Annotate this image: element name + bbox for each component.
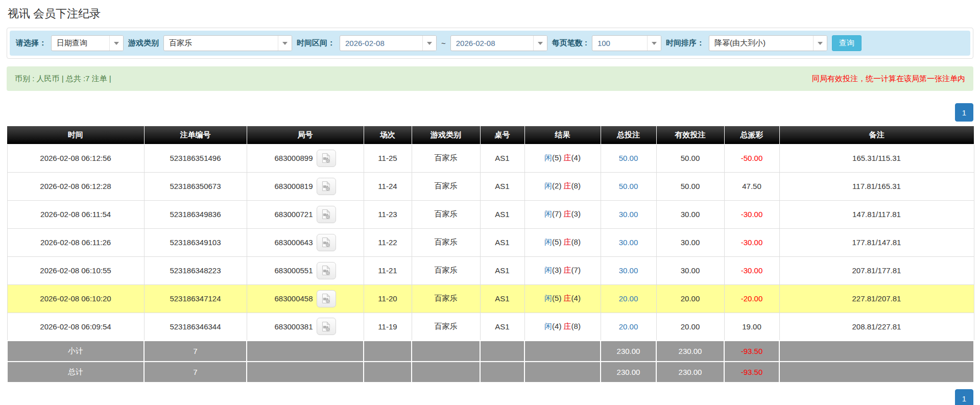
summary-payout-cell: -93.50 [724,362,779,383]
column-header: 游戏类别 [412,126,480,144]
table-no-cell: AS1 [480,256,524,284]
video-replay-button[interactable] [317,234,336,251]
table-row: 2026-02-08 06:11:54523186349836683000721… [7,200,974,228]
round-wrap: 683000381 [247,318,364,335]
sort-order-select[interactable]: 降幂(由大到小) [709,35,827,51]
search-button[interactable]: 查询 [832,35,862,51]
pagination-page-1[interactable]: 1 [955,389,973,405]
summary-empty-cell [247,362,364,383]
time-cell: 2026-02-08 06:09:54 [7,313,144,341]
valid-bet-notice-text: 同局有效投注，统一计算在该局第一张注单内 [812,74,965,84]
round-wrap: 683000458 [247,290,364,307]
chevron-down-icon [647,36,661,51]
video-replay-icon [321,293,331,304]
summary-label-cell: 小计 [7,341,144,362]
video-replay-button[interactable] [317,206,336,223]
grandtotal-row: 总计7230.00230.00-93.50 [7,362,974,383]
date-range-separator: ~ [441,39,446,47]
summary-total-bet-cell: 230.00 [601,341,656,362]
round-cell: 683000551 [247,256,364,284]
page-size-select[interactable]: 100 [592,35,661,51]
result-banker-label: 庄 [564,237,571,246]
time-cell: 2026-02-08 06:11:54 [7,200,144,228]
column-header: 结果 [524,126,601,144]
round-wrap: 683000819 [247,178,364,195]
video-replay-button[interactable] [317,150,336,167]
date-from-picker[interactable]: 2026-02-08 [340,35,437,51]
chevron-down-icon [278,36,292,51]
table-no-cell: AS1 [480,284,524,313]
note-cell: 227.81/207.81 [779,284,974,313]
bet-id-cell: 523186348223 [144,256,247,284]
result-banker-score: (4) [571,153,581,162]
time-cell: 2026-02-08 06:10:55 [7,256,144,284]
table-row: 2026-02-08 06:12:56523186351496683000899… [7,144,974,172]
round-cell: 683000721 [247,200,364,228]
note-cell: 117.81/165.31 [779,172,974,200]
table-no-cell: AS1 [480,172,524,200]
summary-empty-cell [364,362,412,383]
bet-id-cell: 523186350673 [144,172,247,200]
summary-empty-cell [247,341,364,362]
result-player-score: (5) [552,237,564,246]
result-banker-label: 庄 [564,322,571,330]
total-bet-link[interactable]: 30.00 [619,210,638,219]
total-bet-link[interactable]: 20.00 [619,322,638,331]
result-banker-score: (8) [571,181,581,190]
video-replay-button[interactable] [317,318,336,335]
summary-count-cell: 7 [144,341,247,362]
round-cell: 683000643 [247,228,364,256]
filter-panel: 请选择： 日期查询 游戏类别 百家乐 时间区间： 2026-02-08 ~ 20… [7,28,973,59]
summary-valid-bet-cell: 230.00 [656,362,724,383]
result-player-score: (5) [552,153,564,162]
total-bet-cell: 50.00 [601,144,656,172]
video-replay-icon [321,209,331,220]
valid-bet-cell: 30.00 [656,256,724,284]
pagination-bottom: 1 [7,389,973,405]
video-replay-button[interactable] [317,262,336,279]
subtotal-row: 小计7230.00230.00-93.50 [7,341,974,362]
video-replay-button[interactable] [317,178,336,195]
table-row: 2026-02-08 06:11:26523186349103683000643… [7,228,974,256]
round-wrap: 683000721 [247,206,364,223]
total-bet-link[interactable]: 50.00 [619,154,638,162]
result-banker-score: (8) [571,237,581,246]
note-cell: 208.81/227.81 [779,313,974,341]
round-wrap: 683000551 [247,262,364,279]
column-header: 总投注 [601,126,656,144]
table-row: 2026-02-08 06:10:55523186348223683000551… [7,256,974,284]
summary-count-cell: 7 [144,362,247,383]
date-to-picker[interactable]: 2026-02-08 [450,35,547,51]
time-cell: 2026-02-08 06:12:28 [7,172,144,200]
column-header: 有效投注 [656,126,724,144]
valid-bet-cell: 20.00 [656,284,724,313]
video-replay-button[interactable] [317,290,336,307]
result-banker-score: (7) [571,266,581,274]
column-header: 桌号 [480,126,524,144]
total-bet-cell: 50.00 [601,172,656,200]
page-size-value: 100 [592,36,647,51]
round-cell: 683000819 [247,172,364,200]
pagination-page-1[interactable]: 1 [955,103,973,122]
round-number: 683000381 [274,322,313,331]
total-bet-link[interactable]: 50.00 [619,182,638,190]
result-banker-label: 庄 [564,294,571,302]
video-replay-icon [321,237,331,248]
summary-empty-cell [480,362,524,383]
total-bet-cell: 20.00 [601,284,656,313]
payout-cell: 47.50 [724,172,779,200]
column-header: 总派彩 [724,126,779,144]
query-type-select[interactable]: 日期查询 [51,35,124,51]
time-cell: 2026-02-08 06:12:56 [7,144,144,172]
game-type-select[interactable]: 百家乐 [163,35,292,51]
total-bet-link[interactable]: 30.00 [619,238,638,247]
total-bet-link[interactable]: 30.00 [619,266,638,275]
result-cell: 闲(5) 庄(8) [524,228,601,256]
result-player-label: 闲 [544,153,552,162]
page-title: 视讯 会员下注纪录 [7,0,973,28]
table-row: 2026-02-08 06:12:28523186350673683000819… [7,172,974,200]
valid-bet-cell: 50.00 [656,144,724,172]
payout-cell: -30.00 [724,228,779,256]
table-row: 2026-02-08 06:09:54523186346344683000381… [7,313,974,341]
total-bet-link[interactable]: 20.00 [619,294,638,303]
